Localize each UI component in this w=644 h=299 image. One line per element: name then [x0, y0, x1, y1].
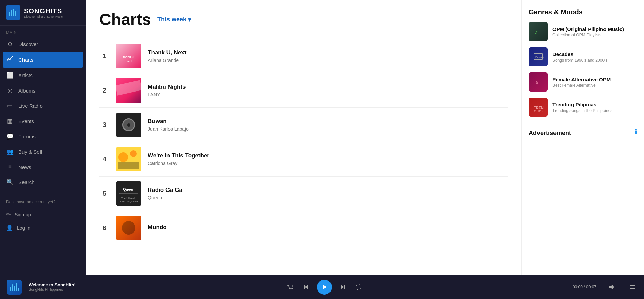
player-logo [7, 280, 22, 295]
genre-thumb-opm: ♪ [529, 22, 548, 41]
svg-point-20 [122, 221, 135, 235]
sidebar-item-artists[interactable]: ⬜ Artists [0, 68, 86, 83]
svg-rect-2 [13, 9, 14, 16]
chart-artist-1: Ariana Grande [148, 57, 508, 63]
chart-thumb-3 [116, 113, 141, 137]
genre-item-opm[interactable]: ♪ OPM (Original Pilipino Music) Collecti… [529, 22, 637, 41]
svg-marker-29 [323, 285, 327, 289]
discover-icon: ⊙ [6, 40, 14, 48]
chart-rank-2: 2 [99, 87, 110, 94]
shuffle-button[interactable] [286, 282, 295, 292]
login-label: Log In [17, 225, 30, 231]
sidebar-item-news[interactable]: ≡ News [0, 160, 86, 175]
sidebar-main-label: Main [0, 26, 86, 36]
chart-thumb-4 [116, 147, 141, 171]
chart-rank-5: 5 [99, 190, 110, 197]
genre-name-trending: Trending Pilipinas [552, 102, 612, 107]
chart-thumb-1: thank u, next [116, 44, 141, 68]
signup-label: Sign up [15, 212, 31, 217]
genre-desc-opm: Collection of OPM Playlists [552, 33, 624, 37]
sidebar-item-buy-sell[interactable]: 👥 Buy & Sell [0, 144, 86, 160]
sidebar: SONGHITS Discover. Share. Love Music. Ma… [0, 0, 86, 275]
prev-button[interactable] [301, 282, 311, 292]
volume-button[interactable] [607, 282, 617, 292]
live-radio-icon: ▭ [6, 102, 14, 110]
sidebar-item-discover[interactable]: ⊙ Discover [0, 36, 86, 52]
sidebar-item-charts-label: Charts [18, 57, 33, 63]
chart-song-6: Mundo [148, 224, 508, 231]
logo[interactable]: SONGHITS Discover. Share. Love Music. [0, 0, 86, 26]
chart-item-1[interactable]: 1 thank u, next Thank U, Next Ariana Gra… [99, 39, 508, 73]
svg-marker-32 [609, 285, 613, 289]
sidebar-item-live-radio-label: Live Radio [18, 103, 43, 109]
ad-info-icon[interactable]: ℹ [635, 128, 637, 135]
chart-rank-1: 1 [99, 53, 110, 60]
signup-button[interactable]: ✏ Sign up [6, 208, 80, 221]
genre-info-trending: Trending Pilipinas Trending songs in the… [552, 102, 612, 113]
genre-name-opm: OPM (Original Pilipino Music) [552, 26, 624, 32]
svg-text:next: next [126, 60, 132, 63]
chart-rank-3: 3 [99, 121, 110, 129]
genre-item-decades[interactable]: Decades Decades Songs from 1990's and 20… [529, 47, 637, 66]
sidebar-item-charts[interactable]: Charts [3, 52, 83, 68]
sidebar-item-live-radio[interactable]: ▭ Live Radio [0, 98, 86, 114]
svg-rect-3 [15, 11, 16, 16]
chart-info-6: Mundo [148, 224, 508, 232]
login-button[interactable]: 👤 Log In [6, 221, 80, 234]
svg-text:♀: ♀ [535, 79, 540, 86]
chart-song-1: Thank U, Next [148, 49, 508, 56]
svg-rect-1 [11, 10, 12, 16]
svg-marker-27 [305, 285, 308, 289]
svg-text:♪: ♪ [534, 28, 538, 36]
chart-thumb-2 [116, 78, 141, 103]
genre-thumb-female: ♀ [529, 72, 548, 92]
player-subtitle: SongHits Philippines [29, 287, 76, 292]
svg-text:PILIPINAS: PILIPINAS [534, 110, 544, 113]
genre-desc-trending: Trending songs in the Philippines [552, 108, 612, 113]
svg-text:Queen: Queen [123, 187, 135, 192]
logo-icon [6, 5, 20, 20]
chart-item-3[interactable]: 3 Buwan Juan Karlos Labajo [99, 108, 508, 142]
chart-rank-6: 6 [99, 225, 110, 232]
events-icon: ▦ [6, 118, 14, 125]
chart-artist-3: Juan Karlos Labajo [148, 126, 508, 132]
bar-5 [18, 288, 19, 291]
sidebar-item-events[interactable]: ▦ Events [0, 114, 86, 129]
chart-info-2: Malibu Nights LANY [148, 84, 508, 97]
svg-rect-0 [9, 12, 10, 16]
player-controls [83, 280, 566, 295]
logo-title: SONGHITS [24, 7, 64, 15]
player-title: Welcome to SongHits! [29, 282, 76, 287]
svg-rect-13 [118, 162, 139, 169]
genre-item-female-alt[interactable]: ♀ Female Alternative OPM Best Female Alt… [529, 72, 637, 92]
genre-info-decades: Decades Songs from 1990's and 2000's [552, 51, 607, 63]
genre-item-trending[interactable]: TRENDINGPILIPINAS Trending Pilipinas Tre… [529, 98, 637, 117]
sidebar-item-events-label: Events [18, 118, 34, 124]
genre-desc-female-alt: Best Female Alternative [552, 83, 611, 88]
chart-info-3: Buwan Juan Karlos Labajo [148, 118, 508, 132]
sidebar-item-albums[interactable]: ◎ Albums [0, 83, 86, 98]
play-button[interactable] [317, 280, 332, 295]
chart-thumb-6 [116, 216, 141, 240]
sidebar-item-discover-label: Discover [18, 41, 38, 47]
chart-item-5[interactable]: 5 Queen The Ultimate Best Of Queen Radio… [99, 177, 508, 211]
chart-item-2[interactable]: 2 Malibu Nights LANY [99, 73, 508, 108]
genre-desc-decades: Songs from 1990's and 2000's [552, 58, 607, 63]
svg-line-9 [116, 85, 141, 90]
main-content: Charts This week ▾ 1 thank u, next [86, 0, 521, 275]
this-week-filter[interactable]: This week ▾ [157, 16, 191, 23]
chart-item-4[interactable]: 4 We're In This Together Catriona Gray [99, 142, 508, 177]
artists-icon: ⬜ [6, 72, 14, 79]
repeat-button[interactable] [354, 282, 363, 292]
chart-artist-5: Queen [148, 195, 508, 200]
chart-item-6[interactable]: 6 Mundo [99, 211, 508, 245]
time-total: 00:07 [586, 285, 596, 289]
chart-song-3: Buwan [148, 118, 508, 125]
sidebar-item-search[interactable]: 🔍 Search [0, 175, 86, 190]
player-menu-button[interactable] [628, 282, 637, 292]
svg-rect-28 [304, 285, 305, 289]
login-icon: 👤 [6, 225, 13, 231]
charts-icon [6, 56, 14, 64]
sidebar-item-forums[interactable]: 💬 Forums [0, 129, 86, 144]
next-button[interactable] [338, 282, 348, 292]
